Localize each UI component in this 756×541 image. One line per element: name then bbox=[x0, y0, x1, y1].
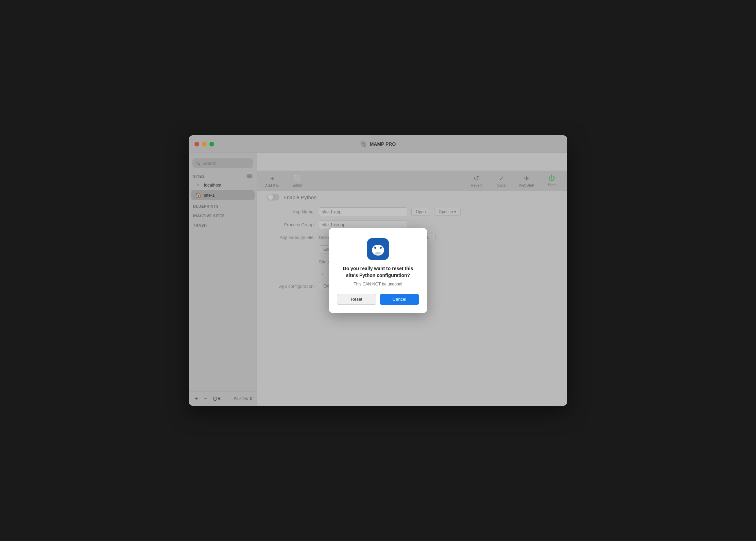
reset-confirm-button[interactable]: Reset bbox=[337, 294, 376, 305]
reset-dialog: Do you really want to reset this site's … bbox=[329, 228, 427, 313]
dialog-subtitle: This CAN NOT be undone! bbox=[354, 282, 402, 286]
main-window: 🐘 MAMP PRO 🔍 Search SITES 2 ○ localhost … bbox=[189, 135, 567, 406]
svg-point-4 bbox=[374, 247, 376, 249]
svg-point-5 bbox=[380, 247, 382, 249]
dialog-buttons: Reset Cancel bbox=[337, 294, 419, 305]
dialog-overlay: Do you really want to reset this site's … bbox=[189, 135, 567, 406]
dialog-title: Do you really want to reset this site's … bbox=[337, 265, 419, 279]
mamp-dialog-icon bbox=[367, 238, 389, 260]
cancel-dialog-button[interactable]: Cancel bbox=[380, 294, 419, 305]
